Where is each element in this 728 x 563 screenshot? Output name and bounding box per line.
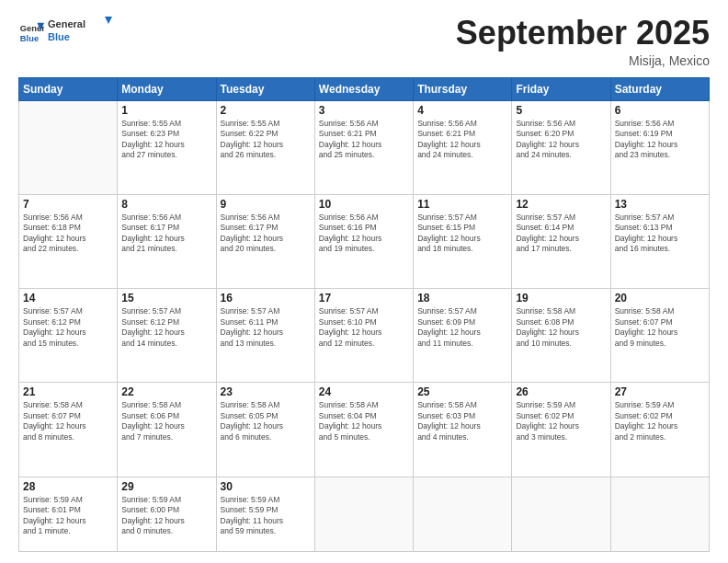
day-number: 18 [417,292,507,304]
day-number: 30 [221,480,311,493]
day-number: 4 [417,104,507,117]
calendar-cell: 21Sunrise: 5:58 AM Sunset: 6:07 PM Dayli… [19,383,118,477]
weekday-header: Saturday [610,77,709,100]
header: General Blue General Blue September 2025… [18,15,710,68]
day-info: Sunrise: 5:56 AM Sunset: 6:21 PM Dayligh… [319,119,409,161]
day-info: Sunrise: 5:56 AM Sunset: 6:21 PM Dayligh… [417,119,507,161]
calendar-cell: 1Sunrise: 5:55 AM Sunset: 6:23 PM Daylig… [118,100,216,194]
calendar-cell: 9Sunrise: 5:56 AM Sunset: 6:17 PM Daylig… [216,194,314,288]
day-number: 16 [221,292,311,304]
day-info: Sunrise: 5:57 AM Sunset: 6:15 PM Dayligh… [417,213,507,255]
svg-marker-5 [105,17,112,24]
calendar-table: SundayMondayTuesdayWednesdayThursdayFrid… [18,77,710,552]
day-number: 15 [121,292,211,304]
day-number: 3 [319,104,409,117]
calendar-cell: 15Sunrise: 5:57 AM Sunset: 6:12 PM Dayli… [118,289,216,383]
day-info: Sunrise: 5:57 AM Sunset: 6:13 PM Dayligh… [615,213,705,255]
weekday-header: Wednesday [314,77,413,100]
calendar-week-row: 28Sunrise: 5:59 AM Sunset: 6:01 PM Dayli… [19,477,710,551]
day-number: 28 [23,480,113,493]
weekday-header: Tuesday [216,77,314,100]
day-info: Sunrise: 5:58 AM Sunset: 6:06 PM Dayligh… [121,400,211,442]
day-info: Sunrise: 5:59 AM Sunset: 6:01 PM Dayligh… [23,495,113,537]
calendar-cell: 11Sunrise: 5:57 AM Sunset: 6:15 PM Dayli… [414,194,512,288]
weekday-header: Sunday [19,77,118,100]
day-info: Sunrise: 5:59 AM Sunset: 6:02 PM Dayligh… [516,400,606,442]
svg-text:Blue: Blue [48,31,70,42]
calendar-cell: 4Sunrise: 5:56 AM Sunset: 6:21 PM Daylig… [414,100,512,194]
day-number: 17 [319,292,409,304]
day-number: 20 [615,292,705,304]
location: Misija, Mexico [456,53,710,68]
calendar-cell: 24Sunrise: 5:58 AM Sunset: 6:04 PM Dayli… [314,383,413,477]
logo: General Blue General Blue [18,15,112,50]
logo-svg: General Blue [48,15,112,46]
logo-icon: General Blue [18,19,44,45]
day-number: 12 [516,198,606,211]
day-number: 24 [319,385,409,398]
day-number: 5 [516,104,606,117]
calendar-cell: 2Sunrise: 5:55 AM Sunset: 6:22 PM Daylig… [216,100,314,194]
day-info: Sunrise: 5:58 AM Sunset: 6:05 PM Dayligh… [221,400,311,442]
calendar-grid: SundayMondayTuesdayWednesdayThursdayFrid… [18,77,710,552]
day-info: Sunrise: 5:55 AM Sunset: 6:22 PM Dayligh… [221,119,311,161]
calendar-cell: 28Sunrise: 5:59 AM Sunset: 6:01 PM Dayli… [19,477,118,551]
day-info: Sunrise: 5:56 AM Sunset: 6:19 PM Dayligh… [615,119,705,161]
calendar-cell: 18Sunrise: 5:57 AM Sunset: 6:09 PM Dayli… [414,289,512,383]
calendar-cell: 16Sunrise: 5:57 AM Sunset: 6:11 PM Dayli… [216,289,314,383]
calendar-cell: 30Sunrise: 5:59 AM Sunset: 5:59 PM Dayli… [216,477,314,551]
calendar-cell: 23Sunrise: 5:58 AM Sunset: 6:05 PM Dayli… [216,383,314,477]
calendar-cell: 14Sunrise: 5:57 AM Sunset: 6:12 PM Dayli… [19,289,118,383]
calendar-cell: 25Sunrise: 5:58 AM Sunset: 6:03 PM Dayli… [414,383,512,477]
month-title: September 2025 [456,15,710,52]
day-number: 22 [121,385,211,398]
day-number: 8 [121,198,211,211]
day-info: Sunrise: 5:56 AM Sunset: 6:18 PM Dayligh… [23,213,113,255]
calendar-cell [610,477,709,551]
calendar-cell: 5Sunrise: 5:56 AM Sunset: 6:20 PM Daylig… [512,100,610,194]
svg-text:General: General [48,18,85,29]
calendar-cell: 13Sunrise: 5:57 AM Sunset: 6:13 PM Dayli… [610,194,709,288]
calendar-cell: 20Sunrise: 5:58 AM Sunset: 6:07 PM Dayli… [610,289,709,383]
day-number: 13 [615,198,705,211]
calendar-cell: 17Sunrise: 5:57 AM Sunset: 6:10 PM Dayli… [314,289,413,383]
calendar-cell: 19Sunrise: 5:58 AM Sunset: 6:08 PM Dayli… [512,289,610,383]
weekday-row: SundayMondayTuesdayWednesdayThursdayFrid… [19,77,710,100]
day-info: Sunrise: 5:57 AM Sunset: 6:12 PM Dayligh… [23,306,113,349]
day-info: Sunrise: 5:57 AM Sunset: 6:14 PM Dayligh… [516,213,606,255]
day-info: Sunrise: 5:57 AM Sunset: 6:10 PM Dayligh… [319,306,409,349]
day-info: Sunrise: 5:57 AM Sunset: 6:12 PM Dayligh… [121,306,211,349]
day-info: Sunrise: 5:56 AM Sunset: 6:16 PM Dayligh… [319,213,409,255]
day-number: 2 [221,104,311,117]
calendar-cell: 3Sunrise: 5:56 AM Sunset: 6:21 PM Daylig… [314,100,413,194]
day-info: Sunrise: 5:56 AM Sunset: 6:17 PM Dayligh… [221,213,311,255]
day-number: 26 [516,385,606,398]
day-info: Sunrise: 5:57 AM Sunset: 6:11 PM Dayligh… [221,306,311,349]
calendar-cell [314,477,413,551]
day-number: 21 [23,385,113,398]
calendar-cell [414,477,512,551]
day-info: Sunrise: 5:58 AM Sunset: 6:03 PM Dayligh… [417,400,507,442]
day-info: Sunrise: 5:56 AM Sunset: 6:20 PM Dayligh… [516,119,606,161]
day-number: 19 [516,292,606,304]
day-number: 25 [417,385,507,398]
calendar-cell: 7Sunrise: 5:56 AM Sunset: 6:18 PM Daylig… [19,194,118,288]
svg-text:Blue: Blue [20,34,39,43]
day-info: Sunrise: 5:56 AM Sunset: 6:17 PM Dayligh… [121,213,211,255]
calendar-cell: 10Sunrise: 5:56 AM Sunset: 6:16 PM Dayli… [314,194,413,288]
day-info: Sunrise: 5:58 AM Sunset: 6:08 PM Dayligh… [516,306,606,349]
calendar-week-row: 21Sunrise: 5:58 AM Sunset: 6:07 PM Dayli… [19,383,710,477]
calendar-header: SundayMondayTuesdayWednesdayThursdayFrid… [19,77,710,100]
calendar-week-row: 14Sunrise: 5:57 AM Sunset: 6:12 PM Dayli… [19,289,710,383]
calendar-page: General Blue General Blue September 2025… [0,0,728,563]
day-number: 7 [23,198,113,211]
calendar-week-row: 1Sunrise: 5:55 AM Sunset: 6:23 PM Daylig… [19,100,710,194]
day-info: Sunrise: 5:55 AM Sunset: 6:23 PM Dayligh… [121,119,211,161]
day-info: Sunrise: 5:57 AM Sunset: 6:09 PM Dayligh… [417,306,507,349]
weekday-header: Thursday [414,77,512,100]
calendar-cell [19,100,118,194]
calendar-cell: 27Sunrise: 5:59 AM Sunset: 6:02 PM Dayli… [610,383,709,477]
calendar-cell: 29Sunrise: 5:59 AM Sunset: 6:00 PM Dayli… [118,477,216,551]
day-info: Sunrise: 5:59 AM Sunset: 6:00 PM Dayligh… [121,495,211,537]
calendar-cell: 12Sunrise: 5:57 AM Sunset: 6:14 PM Dayli… [512,194,610,288]
